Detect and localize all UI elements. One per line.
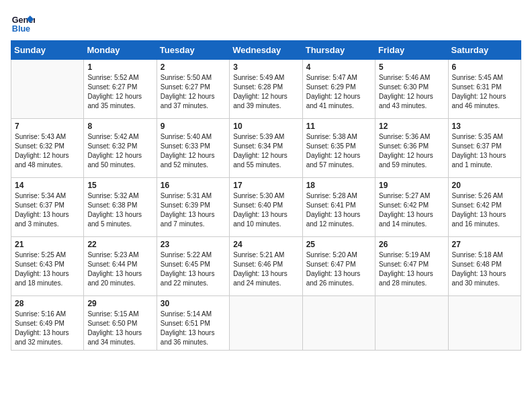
- day-number: 20: [452, 181, 517, 190]
- calendar-cell: 28Sunrise: 5:16 AM Sunset: 6:49 PM Dayli…: [11, 296, 84, 351]
- calendar-cell: 24Sunrise: 5:21 AM Sunset: 6:46 PM Dayli…: [230, 237, 302, 296]
- calendar-cell: 30Sunrise: 5:14 AM Sunset: 6:51 PM Dayli…: [157, 296, 229, 351]
- calendar-week-1: 1Sunrise: 5:52 AM Sunset: 6:27 PM Daylig…: [11, 60, 521, 119]
- day-number: 29: [87, 299, 152, 308]
- day-content: Sunrise: 5:15 AM Sunset: 6:50 PM Dayligh…: [87, 310, 152, 347]
- calendar-cell: 13Sunrise: 5:35 AM Sunset: 6:37 PM Dayli…: [448, 119, 521, 178]
- day-content: Sunrise: 5:46 AM Sunset: 6:30 PM Dayligh…: [379, 73, 444, 111]
- day-content: Sunrise: 5:42 AM Sunset: 6:32 PM Dayligh…: [87, 132, 152, 170]
- calendar-cell: 29Sunrise: 5:15 AM Sunset: 6:50 PM Dayli…: [84, 296, 157, 351]
- day-content: Sunrise: 5:20 AM Sunset: 6:47 PM Dayligh…: [306, 250, 371, 288]
- day-number: 23: [161, 240, 226, 249]
- day-content: Sunrise: 5:39 AM Sunset: 6:34 PM Dayligh…: [233, 132, 298, 170]
- day-number: 16: [161, 181, 226, 190]
- page-header: General Blue: [11, 11, 521, 35]
- weekday-header-friday: Friday: [375, 41, 448, 60]
- calendar-cell: 6Sunrise: 5:45 AM Sunset: 6:31 PM Daylig…: [448, 60, 521, 119]
- calendar-cell: 14Sunrise: 5:34 AM Sunset: 6:37 PM Dayli…: [11, 178, 84, 237]
- calendar-cell: 3Sunrise: 5:49 AM Sunset: 6:28 PM Daylig…: [230, 60, 302, 119]
- weekday-header-saturday: Saturday: [448, 41, 521, 60]
- day-number: 8: [87, 122, 152, 131]
- day-number: 2: [161, 62, 226, 72]
- day-content: Sunrise: 5:49 AM Sunset: 6:28 PM Dayligh…: [233, 73, 298, 111]
- day-content: Sunrise: 5:43 AM Sunset: 6:32 PM Dayligh…: [15, 132, 80, 170]
- calendar-cell: 27Sunrise: 5:18 AM Sunset: 6:48 PM Dayli…: [448, 237, 521, 296]
- calendar-cell: 7Sunrise: 5:43 AM Sunset: 6:32 PM Daylig…: [11, 119, 84, 178]
- day-content: Sunrise: 5:38 AM Sunset: 6:35 PM Dayligh…: [306, 132, 371, 170]
- day-content: Sunrise: 5:50 AM Sunset: 6:27 PM Dayligh…: [161, 73, 226, 111]
- day-number: 7: [15, 122, 80, 131]
- calendar-cell: 1Sunrise: 5:52 AM Sunset: 6:27 PM Daylig…: [84, 60, 157, 119]
- weekday-header-row: SundayMondayTuesdayWednesdayThursdayFrid…: [11, 41, 521, 60]
- calendar-cell: 9Sunrise: 5:40 AM Sunset: 6:33 PM Daylig…: [157, 119, 229, 178]
- day-number: 30: [161, 299, 226, 308]
- day-content: Sunrise: 5:35 AM Sunset: 6:37 PM Dayligh…: [452, 132, 517, 170]
- calendar-body: 1Sunrise: 5:52 AM Sunset: 6:27 PM Daylig…: [11, 60, 521, 351]
- day-content: Sunrise: 5:21 AM Sunset: 6:46 PM Dayligh…: [233, 250, 298, 288]
- day-number: 13: [452, 122, 517, 131]
- day-content: Sunrise: 5:22 AM Sunset: 6:45 PM Dayligh…: [161, 250, 226, 288]
- day-number: 26: [379, 240, 444, 249]
- calendar-cell: 17Sunrise: 5:30 AM Sunset: 6:40 PM Dayli…: [230, 178, 302, 237]
- calendar-cell: 16Sunrise: 5:31 AM Sunset: 6:39 PM Dayli…: [157, 178, 229, 237]
- day-number: 10: [233, 122, 298, 131]
- calendar-cell: [230, 296, 302, 351]
- calendar-cell: [448, 296, 521, 351]
- day-number: 14: [15, 181, 80, 190]
- day-number: 25: [306, 240, 371, 249]
- day-number: 6: [452, 62, 517, 72]
- calendar-week-2: 7Sunrise: 5:43 AM Sunset: 6:32 PM Daylig…: [11, 119, 521, 178]
- day-content: Sunrise: 5:19 AM Sunset: 6:47 PM Dayligh…: [379, 250, 444, 288]
- calendar-cell: 2Sunrise: 5:50 AM Sunset: 6:27 PM Daylig…: [157, 60, 229, 119]
- calendar-cell: [302, 296, 375, 351]
- calendar-cell: 19Sunrise: 5:27 AM Sunset: 6:42 PM Dayli…: [375, 178, 448, 237]
- day-number: 24: [233, 240, 298, 249]
- calendar-cell: 10Sunrise: 5:39 AM Sunset: 6:34 PM Dayli…: [230, 119, 302, 178]
- calendar-week-4: 21Sunrise: 5:25 AM Sunset: 6:43 PM Dayli…: [11, 237, 521, 296]
- calendar-cell: 22Sunrise: 5:23 AM Sunset: 6:44 PM Dayli…: [84, 237, 157, 296]
- day-content: Sunrise: 5:18 AM Sunset: 6:48 PM Dayligh…: [452, 250, 517, 288]
- logo-icon: General Blue: [11, 11, 35, 35]
- day-content: Sunrise: 5:23 AM Sunset: 6:44 PM Dayligh…: [87, 250, 152, 288]
- day-content: Sunrise: 5:40 AM Sunset: 6:33 PM Dayligh…: [161, 132, 226, 170]
- day-content: Sunrise: 5:32 AM Sunset: 6:38 PM Dayligh…: [87, 191, 152, 229]
- day-number: 18: [306, 181, 371, 190]
- day-number: 5: [379, 62, 444, 72]
- day-content: Sunrise: 5:26 AM Sunset: 6:42 PM Dayligh…: [452, 191, 517, 229]
- calendar-cell: 23Sunrise: 5:22 AM Sunset: 6:45 PM Dayli…: [157, 237, 229, 296]
- day-number: 19: [379, 181, 444, 190]
- calendar-cell: 4Sunrise: 5:47 AM Sunset: 6:29 PM Daylig…: [302, 60, 375, 119]
- calendar-cell: 12Sunrise: 5:36 AM Sunset: 6:36 PM Dayli…: [375, 119, 448, 178]
- day-content: Sunrise: 5:36 AM Sunset: 6:36 PM Dayligh…: [379, 132, 444, 170]
- day-content: Sunrise: 5:14 AM Sunset: 6:51 PM Dayligh…: [161, 310, 226, 347]
- svg-text:Blue: Blue: [12, 24, 30, 34]
- day-content: Sunrise: 5:47 AM Sunset: 6:29 PM Dayligh…: [306, 73, 371, 111]
- day-number: 27: [452, 240, 517, 249]
- calendar-week-5: 28Sunrise: 5:16 AM Sunset: 6:49 PM Dayli…: [11, 296, 521, 351]
- day-number: 4: [306, 62, 371, 72]
- calendar-cell: 5Sunrise: 5:46 AM Sunset: 6:30 PM Daylig…: [375, 60, 448, 119]
- day-number: 12: [379, 122, 444, 131]
- weekday-header-tuesday: Tuesday: [157, 41, 229, 60]
- calendar-cell: 11Sunrise: 5:38 AM Sunset: 6:35 PM Dayli…: [302, 119, 375, 178]
- calendar-cell: 18Sunrise: 5:28 AM Sunset: 6:41 PM Dayli…: [302, 178, 375, 237]
- calendar-header: SundayMondayTuesdayWednesdayThursdayFrid…: [11, 41, 521, 60]
- day-content: Sunrise: 5:52 AM Sunset: 6:27 PM Dayligh…: [87, 73, 152, 111]
- day-number: 15: [87, 181, 152, 190]
- weekday-header-thursday: Thursday: [302, 41, 375, 60]
- weekday-header-wednesday: Wednesday: [230, 41, 302, 60]
- day-content: Sunrise: 5:34 AM Sunset: 6:37 PM Dayligh…: [15, 191, 80, 229]
- calendar-cell: 20Sunrise: 5:26 AM Sunset: 6:42 PM Dayli…: [448, 178, 521, 237]
- weekday-header-sunday: Sunday: [11, 41, 84, 60]
- day-number: 21: [15, 240, 80, 249]
- calendar-cell: 26Sunrise: 5:19 AM Sunset: 6:47 PM Dayli…: [375, 237, 448, 296]
- day-number: 3: [233, 62, 298, 72]
- day-content: Sunrise: 5:25 AM Sunset: 6:43 PM Dayligh…: [15, 250, 80, 288]
- day-content: Sunrise: 5:16 AM Sunset: 6:49 PM Dayligh…: [15, 310, 80, 347]
- calendar-cell: 8Sunrise: 5:42 AM Sunset: 6:32 PM Daylig…: [84, 119, 157, 178]
- logo: General Blue: [11, 11, 38, 35]
- calendar-cell: 21Sunrise: 5:25 AM Sunset: 6:43 PM Dayli…: [11, 237, 84, 296]
- calendar-week-3: 14Sunrise: 5:34 AM Sunset: 6:37 PM Dayli…: [11, 178, 521, 237]
- day-content: Sunrise: 5:31 AM Sunset: 6:39 PM Dayligh…: [161, 191, 226, 229]
- day-number: 11: [306, 122, 371, 131]
